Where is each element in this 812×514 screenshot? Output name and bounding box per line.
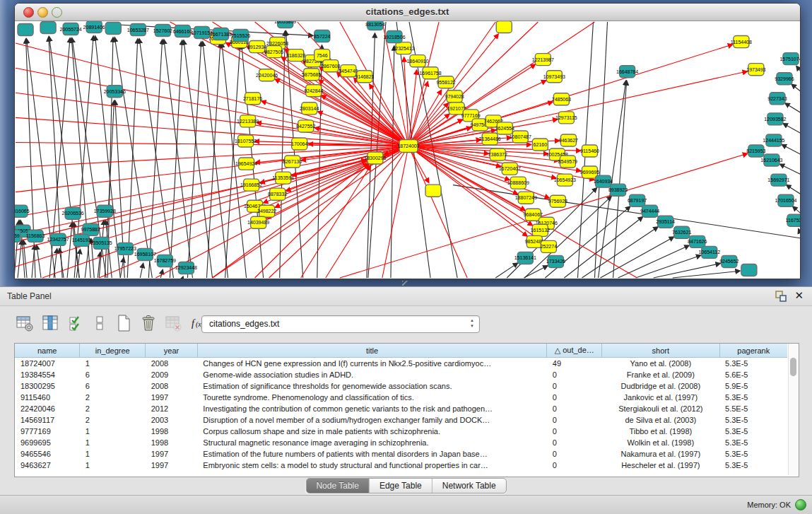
- graph-node[interactable]: 12342757: [47, 233, 69, 245]
- graph-edge[interactable]: [16, 117, 408, 146]
- graph-node[interactable]: 8267130: [283, 156, 302, 168]
- float-window-icon[interactable]: [775, 291, 787, 302]
- table-selector-dropdown[interactable]: citations_edges.txt ▲▼: [201, 315, 480, 333]
- graph-node[interactable]: 20206536: [62, 207, 84, 219]
- tab-edge-table[interactable]: Edge Table: [370, 479, 433, 493]
- graph-node[interactable]: 16958107: [134, 248, 156, 260]
- close-panel-icon[interactable]: ✕: [794, 289, 804, 302]
- column-header-name[interactable]: name: [15, 344, 80, 358]
- graph-edge[interactable]: [286, 31, 303, 278]
- graph-node[interactable]: 7515526: [231, 30, 250, 42]
- graph-node[interactable]: 2867608: [321, 60, 340, 72]
- graph-node[interactable]: 1615132: [531, 224, 550, 236]
- table-row[interactable]: 1830029562008Estimation of significance …: [15, 380, 787, 392]
- tab-network-table[interactable]: Network Table: [433, 479, 506, 493]
- graph-node[interactable]: [741, 264, 757, 276]
- window-titlebar[interactable]: citations_edges.txt: [15, 4, 800, 21]
- column-header-title[interactable]: title: [197, 344, 547, 358]
- graph-edge[interactable]: [187, 42, 201, 278]
- graph-node[interactable]: 39159: [15, 230, 20, 242]
- graph-node[interactable]: 16210643: [760, 154, 782, 166]
- graph-node[interactable]: 10654112: [698, 246, 720, 258]
- graph-edge[interactable]: [16, 93, 408, 146]
- graph-node[interactable]: 9115460: [580, 145, 599, 157]
- graph-node[interactable]: 19166852: [240, 179, 262, 191]
- graph-node[interactable]: 170064: [291, 138, 307, 150]
- graph-node[interactable]: 12973115: [555, 112, 577, 124]
- graph-node[interactable]: 857224: [314, 30, 330, 42]
- column-header-short[interactable]: short: [602, 344, 720, 358]
- table-row[interactable]: 969969511998Structural magnetic resonanc…: [15, 437, 787, 448]
- scrollbar-thumb[interactable]: [790, 358, 796, 376]
- graph-node[interactable]: 1167533: [786, 214, 800, 226]
- graph-node[interactable]: [496, 21, 512, 33]
- graph-edge[interactable]: [404, 57, 408, 146]
- table-row[interactable]: 977716911998Corpus callosum shape and si…: [15, 426, 787, 437]
- graph-node[interactable]: 9245652: [719, 255, 739, 267]
- graph-edge[interactable]: [799, 229, 800, 235]
- graph-edge[interactable]: [114, 37, 152, 278]
- graph-node[interactable]: 2803144: [300, 103, 319, 115]
- graph-node[interactable]: 9558122: [436, 76, 455, 88]
- graph-node[interactable]: 20891406: [83, 21, 105, 33]
- table-mode-icon[interactable]: [16, 314, 34, 332]
- graph-edge[interactable]: [206, 43, 220, 278]
- graph-node[interactable]: [105, 23, 121, 35]
- graph-edge[interactable]: [785, 103, 800, 112]
- graph-node[interactable]: 6466160: [173, 25, 192, 37]
- graph-node[interactable]: 2718176: [243, 93, 262, 105]
- graph-edge[interactable]: [340, 153, 748, 278]
- graph-edge[interactable]: [613, 81, 627, 278]
- graph-node[interactable]: 11154408: [731, 36, 752, 48]
- graph-node[interactable]: 62160: [532, 139, 548, 151]
- show-column-icon[interactable]: [41, 314, 59, 332]
- table-row[interactable]: 1872400712008Changes of HCN gene express…: [15, 358, 787, 370]
- graph-node[interactable]: 10807487: [510, 131, 531, 143]
- graph-node[interactable]: 18300295: [364, 152, 386, 164]
- graph-node[interactable]: 18807249: [515, 192, 537, 204]
- graph-edge[interactable]: [780, 164, 800, 174]
- graph-node[interactable]: 15136141: [514, 252, 536, 264]
- graph-edge[interactable]: [370, 84, 408, 146]
- table-row[interactable]: 1938455462009Genome-wide association stu…: [15, 369, 787, 380]
- memory-indicator[interactable]: Memory: OK: [747, 499, 806, 510]
- graph-node[interactable]: 12213389: [237, 115, 259, 127]
- graph-node[interactable]: 12325413: [392, 42, 414, 54]
- graph-node[interactable]: 10973493: [543, 71, 565, 83]
- graph-node[interactable]: 20053346: [104, 86, 126, 98]
- graph-node[interactable]: 8938923: [608, 184, 628, 196]
- graph-node[interactable]: 2935114: [656, 216, 675, 228]
- graph-node[interactable]: 8427552: [296, 120, 315, 132]
- graph-edge[interactable]: [787, 185, 800, 194]
- graph-node[interactable]: 1733426: [546, 255, 565, 267]
- graph-node[interactable]: 3498222: [257, 205, 276, 217]
- graph-edge[interactable]: [673, 271, 740, 278]
- graph-node[interactable]: 16648784: [616, 66, 638, 78]
- graph-node[interactable]: 12444155: [763, 134, 784, 146]
- graph-node[interactable]: 13505135: [90, 237, 112, 249]
- graph-node[interactable]: 3624554: [495, 122, 514, 134]
- column-header-year[interactable]: year: [146, 344, 198, 358]
- graph-node[interactable]: 7386372: [488, 148, 507, 160]
- select-all-icon[interactable]: [68, 314, 86, 332]
- graph-node[interactable]: 17359928: [94, 205, 116, 217]
- table-row[interactable]: 911546021997Tourette syndrome. Phenomeno…: [15, 392, 787, 403]
- graph-node[interactable]: 10653287: [127, 24, 149, 36]
- graph-node[interactable]: 12923448: [175, 262, 197, 274]
- graph-node[interactable]: 1527602: [153, 25, 172, 37]
- column-header-in_degree[interactable]: in_degree: [80, 344, 146, 358]
- graph-node[interactable]: 8878332: [268, 188, 287, 200]
- graph-edge[interactable]: [105, 100, 114, 278]
- graph-edge[interactable]: [783, 124, 800, 134]
- graph-node[interactable]: [425, 185, 441, 197]
- graph-node[interactable]: 15692971: [767, 174, 789, 186]
- network-window[interactable]: citations_edges.txt 18724007224200462718…: [14, 3, 801, 279]
- column-header-pagerank[interactable]: pagerank: [719, 344, 787, 358]
- graph-node[interactable]: 17957223: [114, 243, 136, 255]
- new-column-icon[interactable]: [114, 314, 133, 332]
- graph-node[interactable]: [18, 24, 33, 36]
- graph-edge[interactable]: [796, 66, 800, 71]
- graph-node[interactable]: 9756928: [548, 195, 567, 207]
- graph-edge[interactable]: [408, 146, 467, 278]
- graph-node[interactable]: 7632621: [672, 226, 691, 238]
